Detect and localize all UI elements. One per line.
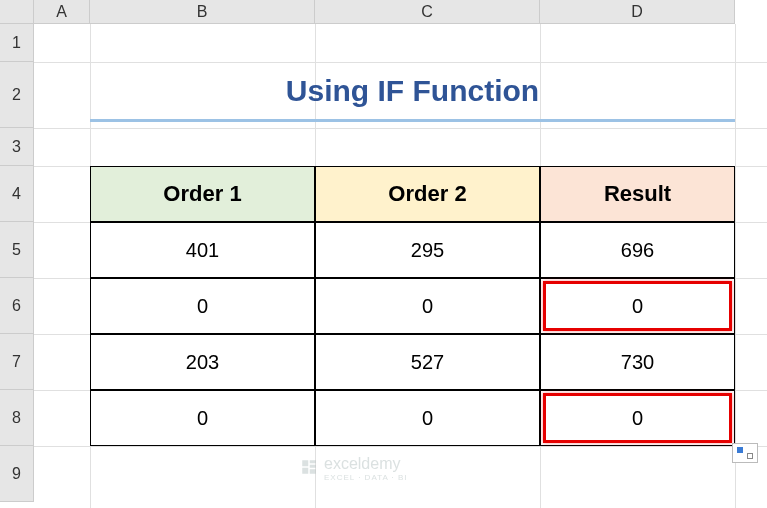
cell-d5[interactable]: 696 <box>540 222 735 278</box>
cell-c8[interactable]: 0 <box>315 390 540 446</box>
col-header-c[interactable]: C <box>315 0 540 24</box>
col-header-a[interactable]: A <box>34 0 90 24</box>
cell-b7[interactable]: 203 <box>90 334 315 390</box>
header-result[interactable]: Result <box>540 166 735 222</box>
header-order1[interactable]: Order 1 <box>90 166 315 222</box>
autofill-options-icon[interactable] <box>732 443 758 463</box>
row-header-8[interactable]: 8 <box>0 390 34 446</box>
row-header-3[interactable]: 3 <box>0 128 34 166</box>
cell-d8[interactable]: 0 <box>540 390 735 446</box>
header-order2[interactable]: Order 2 <box>315 166 540 222</box>
cell-c7[interactable]: 527 <box>315 334 540 390</box>
watermark-tagline: EXCEL · DATA · BI <box>324 473 408 482</box>
spreadsheet-grid: A B C D 1 2 3 4 5 6 7 8 9 Using IF Funct… <box>0 0 767 508</box>
row-header-6[interactable]: 6 <box>0 278 34 334</box>
row-header-2[interactable]: 2 <box>0 62 34 128</box>
watermark-brand: exceldemy <box>324 455 400 472</box>
cell-d7[interactable]: 730 <box>540 334 735 390</box>
row-header-1[interactable]: 1 <box>0 24 34 62</box>
col-header-d[interactable]: D <box>540 0 735 24</box>
col-header-b[interactable]: B <box>90 0 315 24</box>
row-header-5[interactable]: 5 <box>0 222 34 278</box>
cell-b5[interactable]: 401 <box>90 222 315 278</box>
cell-d6[interactable]: 0 <box>540 278 735 334</box>
cell-c5[interactable]: 295 <box>315 222 540 278</box>
row-header-4[interactable]: 4 <box>0 166 34 222</box>
cell-b6[interactable]: 0 <box>90 278 315 334</box>
row-header-9[interactable]: 9 <box>0 446 34 502</box>
watermark-icon <box>300 458 318 480</box>
select-all-corner[interactable] <box>0 0 34 24</box>
cell-c6[interactable]: 0 <box>315 278 540 334</box>
page-title: Using IF Function <box>90 62 735 122</box>
watermark: exceldemy EXCEL · DATA · BI <box>300 455 408 482</box>
row-header-7[interactable]: 7 <box>0 334 34 390</box>
cell-b8[interactable]: 0 <box>90 390 315 446</box>
